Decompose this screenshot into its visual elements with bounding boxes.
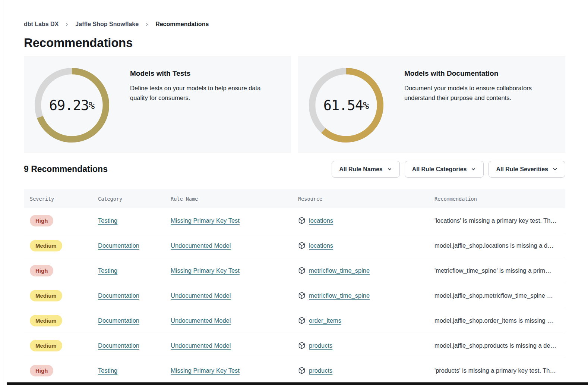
card-title: Models with Tests bbox=[130, 69, 278, 78]
category-link[interactable]: Testing bbox=[98, 267, 117, 274]
category-link[interactable]: Documentation bbox=[98, 292, 139, 299]
model-cube-icon bbox=[298, 367, 306, 374]
chevron-down-icon bbox=[552, 166, 558, 172]
column-header-recommendation: Recommendation bbox=[434, 196, 565, 202]
recommendation-text: 'locations' is missing a primary key tes… bbox=[434, 217, 565, 224]
severity-badge: Medium bbox=[30, 315, 62, 326]
model-cube-icon bbox=[298, 317, 306, 324]
resource-link[interactable]: order_items bbox=[309, 317, 341, 324]
collapsed-sidebar-edge bbox=[5, 0, 5, 385]
recommendation-text: model.jaffle_shop.locations is missing a… bbox=[434, 242, 565, 249]
resource-link[interactable]: products bbox=[309, 367, 332, 374]
filter-label: All Rule Names bbox=[339, 166, 382, 173]
chevron-right-icon bbox=[145, 22, 149, 27]
severity-badge: High bbox=[30, 265, 53, 276]
card-description: Define tests on your models to help ensu… bbox=[130, 83, 278, 103]
rule-name-link[interactable]: Undocumented Model bbox=[171, 292, 231, 299]
table-row: High Testing Missing Primary Key Test lo… bbox=[24, 208, 565, 233]
model-cube-icon bbox=[298, 242, 306, 249]
rule-severities-filter-dropdown[interactable]: All Rule Severities bbox=[489, 161, 565, 178]
rule-name-link[interactable]: Missing Primary Key Test bbox=[171, 367, 240, 374]
card-description: Document your models to ensure collabora… bbox=[404, 83, 552, 103]
recommendations-count-heading: 9 Recommendations bbox=[24, 164, 108, 174]
models-with-documentation-card: 61.54% Models with Documentation Documen… bbox=[298, 56, 565, 153]
model-cube-icon bbox=[298, 267, 306, 274]
column-header-category: Category bbox=[98, 196, 171, 202]
rule-names-filter-dropdown[interactable]: All Rule Names bbox=[332, 161, 399, 178]
rule-name-link[interactable]: Undocumented Model bbox=[171, 242, 231, 249]
table-row: High Testing Missing Primary Key Test pr… bbox=[24, 358, 565, 383]
rule-categories-filter-dropdown[interactable]: All Rule Categories bbox=[405, 161, 484, 178]
card-title: Models with Documentation bbox=[404, 69, 552, 78]
table-row: Medium Documentation Undocumented Model … bbox=[24, 308, 565, 333]
main-content: dbt Labs DX Jaffle Shop Snowflake Recomm… bbox=[24, 0, 565, 383]
table-row: Medium Documentation Undocumented Model … bbox=[24, 233, 565, 258]
recommendation-text: model.jaffle_shop.order_items is missing… bbox=[434, 317, 565, 324]
severity-badge: Medium bbox=[30, 240, 62, 251]
bottom-edge-bar bbox=[7, 382, 588, 385]
resource-link[interactable]: products bbox=[309, 342, 332, 349]
breadcrumb-account-link[interactable]: dbt Labs DX bbox=[24, 21, 59, 28]
chevron-down-icon bbox=[471, 166, 476, 172]
category-link[interactable]: Documentation bbox=[98, 342, 139, 349]
column-header-resource: Resource bbox=[298, 196, 434, 202]
recommendation-text: model.jaffle_shop.metricflow_time_spine … bbox=[434, 292, 565, 299]
filter-label: All Rule Severities bbox=[496, 166, 548, 173]
severity-badge: High bbox=[30, 215, 53, 226]
model-cube-icon bbox=[298, 217, 306, 224]
resource-link[interactable]: locations bbox=[309, 242, 333, 249]
documentation-donut-chart: 61.54% bbox=[305, 66, 388, 145]
tests-donut-chart: 69.23% bbox=[31, 66, 113, 145]
resource-link[interactable]: locations bbox=[309, 217, 333, 224]
severity-badge: High bbox=[30, 365, 53, 376]
rule-name-link[interactable]: Undocumented Model bbox=[171, 342, 231, 349]
recommendations-table: Severity Category Rule Name Resource Rec… bbox=[24, 189, 565, 383]
breadcrumb-current-page: Recommendations bbox=[155, 21, 209, 28]
column-header-severity: Severity bbox=[24, 196, 98, 202]
rule-name-link[interactable]: Missing Primary Key Test bbox=[171, 217, 240, 224]
severity-badge: Medium bbox=[30, 340, 62, 351]
metric-cards: 69.23% Models with Tests Define tests on… bbox=[24, 56, 565, 153]
recommendation-text: 'metricflow_time_spine' is missing a pri… bbox=[434, 267, 565, 274]
table-row: Medium Documentation Undocumented Model … bbox=[24, 333, 565, 358]
category-link[interactable]: Testing bbox=[98, 367, 117, 374]
breadcrumb: dbt Labs DX Jaffle Shop Snowflake Recomm… bbox=[24, 21, 565, 28]
category-link[interactable]: Documentation bbox=[98, 317, 139, 324]
filter-label: All Rule Categories bbox=[412, 166, 467, 173]
column-header-rule-name: Rule Name bbox=[171, 196, 298, 202]
tests-percent-value: 69.23% bbox=[31, 66, 113, 145]
resource-link[interactable]: metricflow_time_spine bbox=[309, 267, 370, 274]
rule-name-link[interactable]: Missing Primary Key Test bbox=[171, 267, 240, 274]
model-cube-icon bbox=[298, 292, 306, 299]
category-link[interactable]: Documentation bbox=[98, 242, 139, 249]
rule-name-link[interactable]: Undocumented Model bbox=[171, 317, 231, 324]
table-row: High Testing Missing Primary Key Test me… bbox=[24, 258, 565, 283]
chevron-down-icon bbox=[387, 166, 392, 172]
table-header-row: Severity Category Rule Name Resource Rec… bbox=[24, 189, 565, 208]
resource-link[interactable]: metricflow_time_spine bbox=[309, 292, 370, 299]
models-with-tests-card: 69.23% Models with Tests Define tests on… bbox=[24, 56, 291, 153]
breadcrumb-project-link[interactable]: Jaffle Shop Snowflake bbox=[75, 21, 139, 28]
filter-bar: All Rule Names All Rule Categories All R… bbox=[332, 161, 565, 178]
model-cube-icon bbox=[298, 342, 306, 349]
chevron-right-icon bbox=[64, 22, 69, 27]
table-row: Medium Documentation Undocumented Model … bbox=[24, 283, 565, 308]
severity-badge: Medium bbox=[30, 290, 62, 301]
recommendation-text: model.jaffle_shop.products is missing a … bbox=[434, 342, 565, 349]
recommendation-text: 'products' is missing a primary key test… bbox=[434, 367, 565, 374]
page-title: Recommendations bbox=[24, 36, 565, 50]
category-link[interactable]: Testing bbox=[98, 217, 117, 224]
documentation-percent-value: 61.54% bbox=[305, 66, 388, 145]
